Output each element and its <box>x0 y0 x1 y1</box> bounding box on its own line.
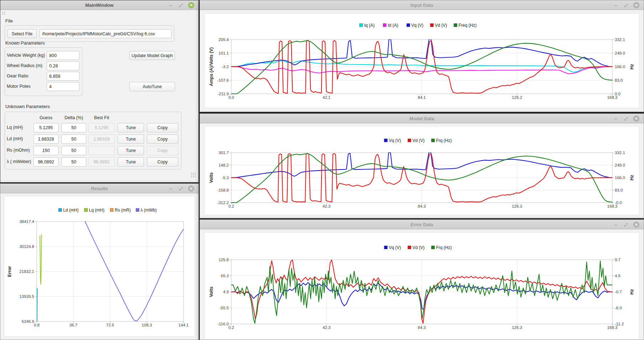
svg-text:249.0: 249.0 <box>615 51 625 55</box>
vehicle-weight-label: Vehicle Weight (kg) <box>7 53 45 58</box>
svg-text:Hz: Hz <box>629 175 634 180</box>
rs-row-label: Rs (mOhm) <box>7 148 30 153</box>
lambda-copy-button[interactable]: Copy <box>147 157 178 167</box>
svg-text:84.3: 84.3 <box>418 204 426 208</box>
lq-tune-button[interactable]: Tune <box>118 123 144 132</box>
lq-guess-input[interactable] <box>34 123 58 132</box>
input-data-titlebar[interactable]: Input Data – ⤢ ✕ <box>200 0 644 10</box>
model-data-title: Model Data <box>200 114 644 123</box>
unknown-parameters-label: Unknown Parameters <box>5 104 50 109</box>
model-data-titlebar[interactable]: Model Data – ⤢ ✕ <box>200 114 644 123</box>
svg-text:126.3: 126.3 <box>512 204 522 208</box>
select-file-button[interactable]: Select File <box>7 29 37 38</box>
svg-text:Vd (V): Vd (V) <box>412 138 424 143</box>
gear-ratio-label: Gear Ratio <box>7 73 28 78</box>
close-icon[interactable]: ✕ <box>188 2 194 8</box>
svg-text:Hz: Hz <box>629 289 634 294</box>
svg-text:0.2: 0.2 <box>228 325 234 330</box>
error-data-titlebar[interactable]: Error Data – ⤢ ✕ <box>200 220 644 229</box>
close-icon[interactable]: ✕ <box>633 116 639 122</box>
svg-text:148.2: 148.2 <box>218 163 229 167</box>
minimize-icon[interactable]: – <box>168 186 174 192</box>
svg-text:0.8: 0.8 <box>34 323 40 327</box>
lq-copy-button[interactable]: Copy <box>147 123 178 132</box>
svg-text:42.3: 42.3 <box>323 204 330 208</box>
update-model-graph-button[interactable]: Update Model Graph <box>129 51 175 60</box>
lambda-row-label: λ ( mWeber) <box>7 159 31 164</box>
model-data-chart: 0.242.384.3126.3168.3301.7148.2-5.3-158.… <box>200 123 644 219</box>
guess-header: Guess <box>40 115 52 120</box>
svg-text:Iq (A): Iq (A) <box>364 23 375 28</box>
results-titlebar[interactable]: Results – ⤢ ✕ <box>0 184 199 193</box>
ld-tune-button[interactable]: Tune <box>118 135 144 144</box>
input-data-title: Input Data <box>200 0 644 10</box>
restore-icon[interactable]: ⤢ <box>178 186 184 192</box>
rs-guess-input[interactable] <box>34 146 58 155</box>
svg-text:-0.7: -0.7 <box>615 290 622 294</box>
minimize-icon[interactable]: – <box>168 2 174 8</box>
svg-text:-107.6: -107.6 <box>217 78 229 82</box>
svg-text:Vq (V): Vq (V) <box>389 138 401 143</box>
close-icon[interactable]: ✕ <box>633 222 639 228</box>
ld-copy-button[interactable]: Copy <box>147 135 178 144</box>
svg-text:Vd (V): Vd (V) <box>435 23 447 28</box>
lambda-best-fit-field <box>88 157 115 167</box>
wheel-radius-input[interactable] <box>47 61 79 70</box>
lambda-guess-input[interactable] <box>34 157 58 167</box>
svg-text:36.7: 36.7 <box>69 323 77 327</box>
svg-text:Freq (Hz): Freq (Hz) <box>459 23 477 28</box>
svg-text:0.2: 0.2 <box>228 204 234 208</box>
svg-text:Id (A): Id (A) <box>388 23 398 28</box>
svg-text:72.5: 72.5 <box>106 323 114 327</box>
chart-legend: Iq (A)Id (A)Vq (V)Vd (V)Freq (Hz) <box>360 23 476 28</box>
svg-text:101.1: 101.1 <box>218 51 229 55</box>
restore-icon[interactable]: ⤢ <box>178 2 184 8</box>
gear-ratio-input[interactable] <box>47 72 79 81</box>
minimize-icon[interactable]: – <box>613 116 619 122</box>
svg-text:65.3: 65.3 <box>221 274 229 278</box>
best-fit-header: Best Fit <box>94 115 109 120</box>
lambda-tune-button[interactable]: Tune <box>118 157 144 167</box>
minimize-icon[interactable]: – <box>613 222 619 228</box>
svg-text:84.1: 84.1 <box>418 95 426 100</box>
toolbar-drag-handle[interactable] <box>2 11 5 15</box>
main-window-titlebar[interactable]: MainWindow – ⤢ ✕ <box>0 0 199 10</box>
svg-text:166.0: 166.0 <box>615 176 625 180</box>
error-data-title: Error Data <box>200 220 644 229</box>
restore-icon[interactable]: ⤢ <box>623 222 629 228</box>
lambda-delta-input[interactable] <box>61 157 86 167</box>
restore-icon[interactable]: ⤢ <box>623 116 629 122</box>
rs-delta-input[interactable] <box>61 146 86 155</box>
results-chart: 0.836.772.5108.3144.138417.430124.821832… <box>0 193 199 340</box>
svg-text:13539.5: 13539.5 <box>19 294 34 299</box>
error-data-chart: 0.242.384.3126.3168.3125.865.34.9-55.5-1… <box>200 229 644 340</box>
file-path-input[interactable] <box>40 29 171 38</box>
svg-text:Volts: Volts <box>209 172 214 183</box>
svg-text:-211.9: -211.9 <box>217 92 229 96</box>
known-parameters-label: Known Parameters <box>5 40 45 46</box>
svg-text:126.2: 126.2 <box>512 95 522 100</box>
close-icon[interactable]: ✕ <box>188 186 194 192</box>
vehicle-weight-input[interactable] <box>47 51 79 60</box>
lq-delta-input[interactable] <box>61 123 86 132</box>
ld-delta-input[interactable] <box>61 135 86 144</box>
results-window: Results – ⤢ ✕ 0.836.772.5108.3144.138417… <box>0 183 199 340</box>
svg-text:-11.2: -11.2 <box>615 322 624 326</box>
ld-row-label: Ld (mH) <box>7 136 23 141</box>
close-icon[interactable]: ✕ <box>633 2 639 8</box>
svg-text:-6.0: -6.0 <box>615 306 622 310</box>
ld-guess-input[interactable] <box>34 135 58 144</box>
svg-text:-3.2: -3.2 <box>222 65 229 69</box>
motor-poles-input[interactable] <box>47 82 79 91</box>
rs-tune-button[interactable]: Tune <box>118 146 144 155</box>
minimize-icon[interactable]: – <box>613 2 619 8</box>
svg-text:166.0: 166.0 <box>615 65 625 69</box>
rs-copy-button: Copy <box>147 146 178 155</box>
restore-icon[interactable]: ⤢ <box>623 2 629 8</box>
resize-grip[interactable] <box>191 172 196 178</box>
svg-text:Lq (mH): Lq (mH) <box>89 208 104 213</box>
svg-text:-0.0: -0.0 <box>615 201 622 205</box>
autotune-button[interactable]: AutoTune <box>129 82 175 91</box>
delta-header: Delta (%) <box>65 115 83 120</box>
svg-text:Vd (V): Vd (V) <box>412 245 424 250</box>
